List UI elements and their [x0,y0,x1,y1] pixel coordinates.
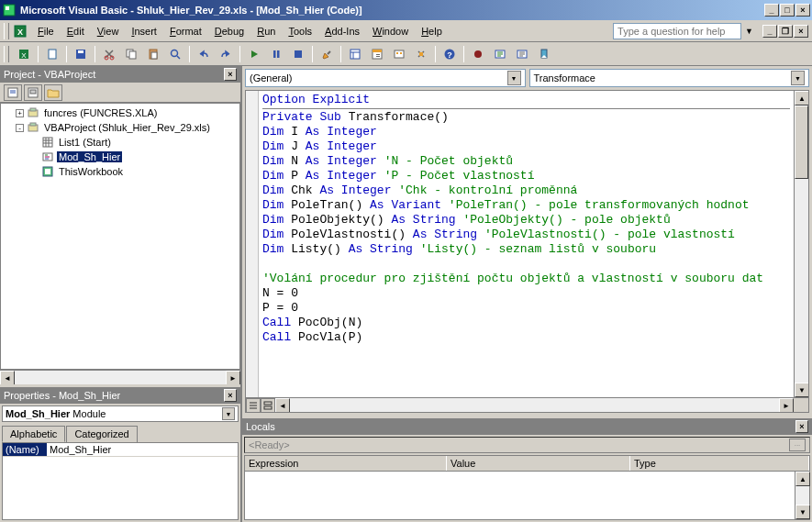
toolbar-grip[interactable] [4,23,9,39]
undo-button[interactable] [194,44,214,64]
scroll-up-button[interactable]: ▲ [795,91,808,106]
comment-block-button[interactable] [490,44,510,64]
tab-categorized[interactable]: Categorized [66,426,137,442]
save-button[interactable] [71,44,91,64]
procedure-view-button[interactable] [246,398,261,413]
bookmark-button[interactable] [534,44,554,64]
mdi-close-button[interactable]: × [794,25,808,38]
maximize-button[interactable]: □ [780,4,795,17]
tree-item-module[interactable]: Mod_Sh_Hier [3,150,238,164]
tab-alphabetic[interactable]: Alphabetic [2,426,65,442]
properties-object-dropdown[interactable]: Mod_Sh_Hier Module ▼ [2,405,239,422]
menu-file[interactable]: File [31,24,61,39]
view-object-button[interactable] [24,84,42,101]
svg-rect-25 [373,50,382,52]
tree-item-project[interactable]: +funcres (FUNCRES.XLA) [3,106,238,120]
scroll-right-button[interactable]: ► [779,398,794,413]
locals-column-value[interactable]: Value [447,456,630,471]
scroll-thumb[interactable] [795,106,808,179]
breakpoint-button[interactable] [468,44,488,64]
design-mode-button[interactable] [317,44,337,64]
uncomment-block-button[interactable] [512,44,532,64]
run-button[interactable] [244,44,264,64]
tree-item-workbook[interactable]: ThisWorkbook [3,164,238,179]
find-button[interactable] [165,44,185,64]
mdi-minimize-button[interactable]: _ [762,25,777,38]
property-row[interactable]: (Name)Mod_Sh_Hier [3,443,238,457]
scroll-down-button[interactable]: ▼ [795,383,808,397]
menu-insert[interactable]: Insert [125,24,163,39]
scroll-left-button[interactable]: ◄ [0,371,15,385]
properties-panel-close-button[interactable]: × [224,389,237,402]
menu-help[interactable]: Help [415,24,449,39]
menu-window[interactable]: Window [366,24,415,39]
app-icon [2,3,17,17]
project-explorer-button[interactable] [345,44,365,64]
locals-column-type[interactable]: Type [630,456,809,471]
tree-label: List1 (Start) [57,137,113,148]
code-editor[interactable]: Option ExplicitPrivate Sub Transformace(… [245,90,809,413]
toolbar-grip[interactable] [4,46,9,62]
code-margin[interactable] [246,91,259,397]
project-tree[interactable]: +funcres (FUNCRES.XLA)-VBAProject (Shluk… [0,103,240,370]
insert-button[interactable] [42,44,62,64]
toggle-folders-button[interactable] [44,84,62,101]
locals-v-scrollbar[interactable]: ▲ ▼ [795,472,809,519]
svg-rect-19 [295,50,302,58]
locals-grid[interactable]: ▲ ▼ [244,472,810,520]
svg-rect-63 [45,169,50,174]
locals-panel-close-button[interactable]: × [795,420,808,433]
help-button[interactable]: ? [439,44,460,64]
scroll-right-button[interactable]: ► [226,371,240,385]
scroll-up-button[interactable]: ▲ [795,472,810,486]
redo-button[interactable] [216,44,236,64]
view-code-button[interactable] [4,84,22,101]
property-value[interactable]: Mod_Sh_Hier [47,443,238,456]
workbook-icon [41,165,54,178]
close-button[interactable]: × [795,4,810,17]
project-title-text: Project - VBAProject [4,69,95,80]
properties-window-button[interactable] [367,44,387,64]
menu-tools[interactable]: Tools [282,24,318,39]
copy-button[interactable] [121,44,141,64]
property-name: (Name) [3,443,47,456]
svg-rect-28 [395,50,404,58]
scroll-down-button[interactable]: ▼ [795,505,810,519]
tree-toggle-icon[interactable]: + [16,109,24,117]
break-button[interactable] [266,44,286,64]
reset-button[interactable] [288,44,308,64]
excel-icon[interactable]: X [13,24,28,39]
object-dropdown[interactable]: (General) ▼ [245,69,526,87]
scroll-left-button[interactable]: ◄ [275,398,290,413]
paste-button[interactable] [143,44,163,64]
help-search-input[interactable] [613,23,741,39]
svg-rect-30 [400,52,402,54]
locals-title-text: Locals [246,421,275,432]
locals-call-stack-button[interactable]: ... [789,439,806,451]
menu-format[interactable]: Format [163,24,208,39]
code-v-scrollbar[interactable]: ▲ ▼ [794,91,808,397]
project-panel-close-button[interactable]: × [224,68,237,81]
view-excel-button[interactable]: X [14,44,34,64]
help-dropdown-icon[interactable]: ▼ [745,27,753,36]
toolbox-button[interactable] [411,44,431,64]
menu-view[interactable]: View [91,24,126,39]
tree-item-sheet[interactable]: List1 (Start) [3,135,238,150]
project-h-scrollbar[interactable]: ◄ ► [0,370,240,384]
locals-column-expression[interactable]: Expression [245,456,447,471]
tree-toggle-icon[interactable]: - [16,124,24,132]
object-browser-button[interactable] [389,44,409,64]
cut-button[interactable] [99,44,119,64]
full-module-view-button[interactable] [261,398,275,413]
tree-item-project[interactable]: -VBAProject (Shluk_Hier_Rev_29.xls) [3,120,238,135]
menu-edit[interactable]: Edit [61,24,91,39]
svg-line-16 [177,56,180,59]
procedure-dropdown[interactable]: Transformace ▼ [529,69,810,87]
menu-bar: X FileEditViewInsertFormatDebugRunToolsA… [0,20,812,42]
minimize-button[interactable]: _ [764,4,779,17]
menu-addins[interactable]: Add-Ins [318,24,366,39]
menu-debug[interactable]: Debug [208,24,250,39]
mdi-restore-button[interactable]: ❐ [778,25,793,38]
menu-run[interactable]: Run [250,24,282,39]
properties-grid[interactable]: (Name)Mod_Sh_Hier [2,442,239,520]
